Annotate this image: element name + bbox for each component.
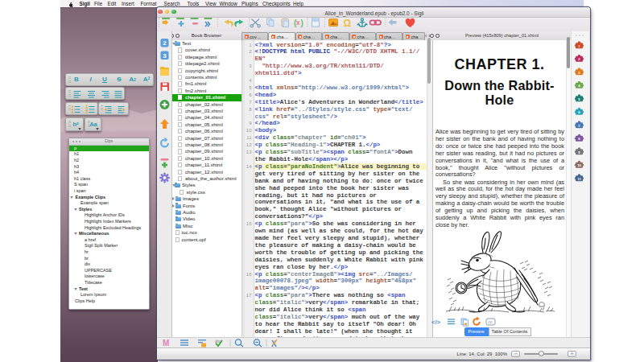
svg-text:2: 2	[163, 39, 167, 47]
svg-text:M: M	[163, 339, 169, 348]
svg-text:3: 3	[163, 52, 167, 60]
svg-text:cc: cc	[488, 319, 493, 324]
svg-text:x: x	[296, 19, 300, 27]
svg-text:</>: </>	[431, 319, 440, 326]
svg-text:Ω: Ω	[344, 17, 352, 28]
svg-text:11: 11	[577, 177, 581, 181]
svg-text:3: 3	[86, 110, 89, 114]
svg-text:): )	[301, 18, 303, 27]
svg-text:10: 10	[577, 163, 581, 167]
